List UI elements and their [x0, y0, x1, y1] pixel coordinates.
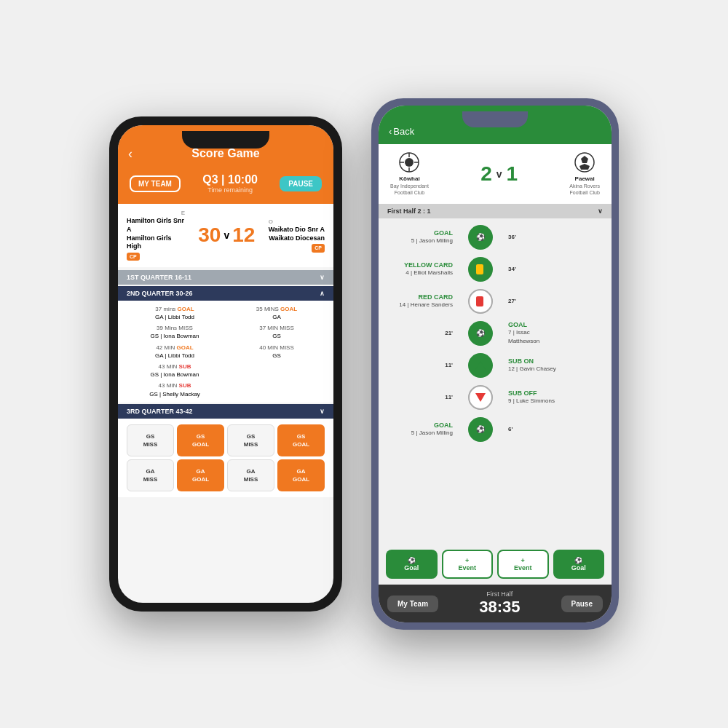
p2-soccer-icon-21: ⚽ — [476, 329, 485, 337]
p2-event-right-button[interactable]: +Event — [497, 550, 549, 579]
p2-event-suboff-detail: 9 | Luke Simmons — [508, 397, 575, 405]
svg-point-1 — [405, 158, 414, 167]
p2-event-goal-6-left: GOAL 5 | Jason Milling — [386, 422, 459, 437]
p2-event-red-27-center — [459, 289, 502, 314]
p2-event-red-detail: 14 | Henare Sanders — [386, 301, 453, 309]
p1-event-1: 37 mins GOALGA | Libbi Todd — [127, 305, 223, 321]
p2-footer-clock: 38:35 — [479, 598, 520, 617]
p1-left-cp: CP — [127, 253, 140, 261]
p2-myteam-button[interactable]: My Team — [387, 596, 438, 612]
p2-event-subon-11: 11' SUB ON 12 | Gavin Chasey — [379, 349, 612, 381]
p2-event-goal-21-center: ⚽ — [459, 321, 502, 346]
p2-soccer-icon-36: ⚽ — [476, 233, 485, 241]
p1-back-button[interactable]: ‹ — [128, 146, 132, 162]
p2-event-yellow-detail: 4 | Elliot Marshalls — [386, 269, 453, 277]
p1-title: Score Game — [191, 147, 259, 160]
p2-half-label: First Half 2 : 1 — [387, 207, 431, 215]
p2-event-goal-36-left: GOAL 5 | Jason Milling — [386, 229, 459, 245]
p2-back-button[interactable]: ‹ Back — [389, 126, 414, 137]
p2-footer-time: First Half 38:35 — [479, 590, 520, 617]
p2-event-suboff-11-center — [459, 385, 502, 410]
p1-gs-miss-2[interactable]: GSMISS — [227, 424, 274, 456]
p1-q3-chevron: ∨ — [320, 408, 325, 415]
p2-minute-27: 27' — [508, 297, 575, 305]
p1-vs: v — [223, 229, 229, 241]
p2-event-goal-36: GOAL 5 | Jason Milling ⚽ 36' — [379, 221, 612, 253]
p2-event-subon-detail: 12 | Gavin Chasey — [508, 365, 575, 373]
p1-gs-goal-1[interactable]: GSGOAL — [177, 424, 224, 456]
p2-half-bar[interactable]: First Half 2 : 1 ∨ — [379, 204, 612, 218]
p2-bubble-subon — [468, 353, 493, 378]
p2-footer-half-label: First Half — [479, 590, 520, 598]
p2-team-left-block: Kōwhai Bay IndependantFootball Club — [390, 151, 429, 197]
p1-o-badge: O — [269, 218, 325, 226]
p2-red-card-icon — [476, 296, 483, 306]
p2-event-yellow-34: YELLOW CARD 4 | Elliot Marshalls 34' — [379, 253, 612, 285]
p1-event-6: 40 MIN MISSGS — [229, 344, 325, 360]
phone1-notch — [182, 131, 269, 149]
p2-event-subon-11-left: 11' — [386, 361, 459, 369]
p2-event-red-27: RED CARD 14 | Henare Sanders 27' — [379, 285, 612, 317]
p2-event-subon-11-right: SUB ON 12 | Gavin Chasey — [502, 357, 575, 373]
p1-ga-miss-1[interactable]: GAMISS — [127, 459, 174, 491]
p2-event-left-button[interactable]: +Event — [442, 550, 494, 579]
p2-score-right: 1 — [507, 162, 518, 186]
p2-footer: My Team First Half 38:35 Pause — [379, 585, 612, 622]
p2-goal-left-button[interactable]: ⚽Goal — [386, 550, 438, 579]
p2-score-mid: 2 v 1 — [480, 162, 518, 186]
phone2-notch — [462, 111, 528, 127]
p2-event-goal-21-right: GOAL 7 | IssacMatthewson — [502, 321, 575, 344]
p1-gs-goal-2[interactable]: GSGOAL — [277, 424, 325, 456]
p2-team-left-logo — [398, 151, 420, 173]
p2-event-suboff-11-right: SUB OFF 9 | Luke Simmons — [502, 389, 575, 405]
p1-team-left: E Hamilton Girls Snr AHamilton Girls Hig… — [127, 210, 185, 261]
phone2-screen: ‹ Back — [379, 106, 612, 622]
p1-myteam-button[interactable]: MY TEAM — [130, 175, 181, 192]
p2-goal-right-button[interactable]: ⚽Goal — [553, 550, 605, 579]
phone1: ‹ Score Game MY TEAM Q3 | 10:00 Time rem… — [109, 116, 342, 612]
p2-action-buttons: ⚽Goal +Event +Event ⚽Goal — [379, 544, 612, 585]
p1-event-4: 37 MIN MISSGS — [229, 324, 325, 340]
p2-bubble-34 — [468, 257, 493, 282]
p1-buttons-grid: GSMISS GSGOAL GSMISS GSGOAL GAMISS GAGOA… — [118, 419, 333, 498]
p2-event-red-27-right: 27' — [502, 297, 575, 305]
p2-event-suboff-11-left: 11' — [386, 393, 459, 401]
p2-scoreboard: Kōwhai Bay IndependantFootball Club 2 v … — [379, 144, 612, 204]
p2-event-goal-21: 21' ⚽ GOAL 7 | IssacMatthewson — [379, 317, 612, 349]
p2-team-right-logo — [574, 151, 596, 173]
p2-event-subon-label: SUB ON — [508, 357, 575, 365]
p2-minute-6: 6' — [508, 425, 575, 433]
p1-events: 37 mins GOALGA | Libbi Todd 39 Mins MISS… — [118, 301, 333, 403]
p1-right-name: Waikato Dio Snr AWaikato Diocesan — [269, 226, 325, 242]
p2-soccer-icon-6: ⚽ — [476, 425, 485, 433]
p2-event-goal-6: GOAL 5 | Jason Milling ⚽ 6' — [379, 414, 612, 446]
p1-ga-goal-1[interactable]: GAGOAL — [177, 459, 224, 491]
p2-event-goal-6-right: 6' — [502, 425, 575, 433]
p1-teams-row: E Hamilton Girls Snr AHamilton Girls Hig… — [118, 204, 333, 267]
p1-gs-miss-1[interactable]: GSMISS — [127, 424, 174, 456]
p2-back-label: Back — [393, 126, 414, 137]
p2-event-suboff-label: SUB OFF — [508, 389, 575, 397]
p2-team-left-name: Kōwhai — [390, 175, 429, 183]
p1-ga-miss-2[interactable]: GAMISS — [227, 459, 274, 491]
p2-event-goal-6-detail: 5 | Jason Milling — [386, 429, 453, 437]
p1-q1-bar[interactable]: 1ST QUARTER 16-11 ∨ — [118, 270, 333, 285]
p1-q3-label: 3RD QUARTER 43-42 — [127, 408, 193, 415]
p1-events-left: 37 mins GOALGA | Libbi Todd 39 Mins MISS… — [127, 305, 223, 398]
p2-team-left-sub: Bay IndependantFootball Club — [390, 183, 429, 196]
p1-pause-button[interactable]: PAUSE — [280, 176, 322, 191]
p2-team-right-name: Paewai — [569, 175, 600, 183]
p2-minute-36: 36' — [508, 233, 575, 241]
p2-event-goal-36-label: GOAL — [386, 229, 453, 237]
p2-event-yellow-34-center — [459, 257, 502, 282]
p1-ga-goal-2[interactable]: GAGOAL — [277, 459, 325, 491]
p2-team-right-block: Paewai Akina RoversFootball Club — [569, 151, 600, 197]
p1-right-cp: CP — [312, 244, 325, 252]
phone1-screen: ‹ Score Game MY TEAM Q3 | 10:00 Time rem… — [118, 125, 333, 603]
p1-q2-bar[interactable]: 2ND QUARTER 30-26 ∧ — [118, 286, 333, 301]
p1-event-8: 43 MIN SUBGS | Shelly Mackay — [127, 381, 223, 397]
p1-q1-label: 1ST QUARTER 16-11 — [127, 274, 191, 281]
p1-q3-bar[interactable]: 3RD QUARTER 43-42 ∨ — [118, 404, 333, 419]
p2-pause-button[interactable]: Pause — [561, 596, 603, 612]
p1-left-score: 30 — [198, 223, 221, 247]
